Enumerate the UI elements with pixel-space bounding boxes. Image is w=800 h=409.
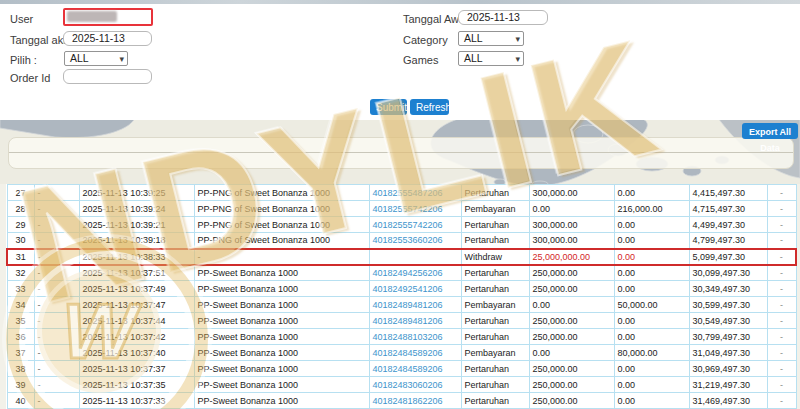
cell-transaction-type: Pertaruhan bbox=[461, 329, 529, 345]
cell-flag: - bbox=[34, 217, 79, 233]
category-label: Category bbox=[403, 34, 448, 46]
transaction-id-link[interactable]: 40182555487206 bbox=[369, 185, 461, 201]
cell-tail: - bbox=[767, 345, 796, 361]
cell-flag: - bbox=[34, 201, 79, 217]
cell-row-number: 34 bbox=[7, 297, 34, 313]
cell-row-number: 40 bbox=[7, 393, 34, 409]
cell-flag: - bbox=[34, 329, 79, 345]
cell-flag: - bbox=[34, 313, 79, 329]
cell-row-number: 36 bbox=[7, 329, 34, 345]
cell-transaction-type: Pertaruhan bbox=[461, 281, 529, 297]
pilih-selected-value: ALL bbox=[70, 52, 89, 64]
map-banner: Export All Data bbox=[0, 120, 800, 184]
transactions-table-section: 27-2025-11-13 10:39:25PP-PNG of Sweet Bo… bbox=[0, 184, 800, 409]
cell-timestamp: 2025-11-13 10:39:21 bbox=[79, 217, 194, 233]
games-selected-value: ALL bbox=[464, 52, 483, 64]
cell-debit-amount: 300,000.00 bbox=[529, 217, 614, 233]
cell-debit-amount: 250,000.00 bbox=[529, 361, 614, 377]
cell-game-name: PP-Sweet Bonanza 1000 bbox=[194, 329, 369, 345]
cell-credit-amount: 0.00 bbox=[614, 265, 689, 281]
refresh-button[interactable]: Refresh bbox=[410, 99, 449, 115]
cell-game-name: PP-Sweet Bonanza 1000 bbox=[194, 297, 369, 313]
cell-debit-amount: 0.00 bbox=[529, 201, 614, 217]
cell-tail: - bbox=[767, 201, 796, 217]
cell-timestamp: 2025-11-13 10:37:51 bbox=[79, 265, 194, 281]
table-row: 28-2025-11-13 10:39:24PP-PNG of Sweet Bo… bbox=[7, 201, 796, 217]
cell-flag: - bbox=[34, 265, 79, 281]
cell-credit-amount: 0.00 bbox=[614, 217, 689, 233]
pilih-select[interactable]: ALL ▾ bbox=[64, 51, 128, 66]
cell-timestamp: 2025-11-13 10:39:24 bbox=[79, 201, 194, 217]
cell-row-number: 29 bbox=[7, 217, 34, 233]
table-row: 40-2025-11-13 10:37:33PP-Sweet Bonanza 1… bbox=[7, 393, 796, 409]
cell-row-number: 31 bbox=[7, 249, 34, 265]
panel-divider bbox=[9, 152, 793, 153]
cell-balance: 4,799,497.30 bbox=[689, 233, 767, 249]
cell-credit-amount: 80,000.00 bbox=[614, 345, 689, 361]
cell-game-name: PP-Sweet Bonanza 1000 bbox=[194, 313, 369, 329]
export-all-data-button[interactable]: Export All Data bbox=[742, 123, 798, 139]
transaction-id-link[interactable]: 40182484589206 bbox=[369, 361, 461, 377]
cell-row-number: 37 bbox=[7, 345, 34, 361]
submit-button[interactable]: Submit bbox=[370, 99, 407, 115]
cell-tail: - bbox=[767, 233, 796, 249]
cell-flag: - bbox=[34, 361, 79, 377]
transaction-id-link[interactable]: 40182555742206 bbox=[369, 201, 461, 217]
cell-debit-amount: 250,000.00 bbox=[529, 313, 614, 329]
cell-transaction-type: Pertaruhan bbox=[461, 377, 529, 393]
transaction-id-link[interactable]: 40182481862206 bbox=[369, 393, 461, 409]
redacted-user-value bbox=[67, 11, 117, 22]
cell-credit-amount: 0.00 bbox=[614, 377, 689, 393]
cell-transaction-type: Pertaruhan bbox=[461, 233, 529, 249]
cell-balance: 30,349,497.30 bbox=[689, 281, 767, 297]
transaction-id-link[interactable]: 40182483060206 bbox=[369, 377, 461, 393]
chevron-down-icon: ▾ bbox=[119, 53, 124, 66]
transaction-id-link[interactable]: 40182555742206 bbox=[369, 217, 461, 233]
cell-debit-amount: 250,000.00 bbox=[529, 393, 614, 409]
table-row: 31-2025-11-13 10:38:33-Withdraw25,000,00… bbox=[7, 249, 796, 265]
games-select[interactable]: ALL ▾ bbox=[458, 51, 524, 66]
table-row: 27-2025-11-13 10:39:25PP-PNG of Sweet Bo… bbox=[7, 185, 796, 201]
cell-timestamp: 2025-11-13 10:39:18 bbox=[79, 233, 194, 249]
cell-row-number: 27 bbox=[7, 185, 34, 201]
cell-row-number: 33 bbox=[7, 281, 34, 297]
cell-credit-amount: 0.00 bbox=[614, 233, 689, 249]
cell-tail: - bbox=[767, 361, 796, 377]
transaction-id-link[interactable]: 40182488103206 bbox=[369, 329, 461, 345]
transaction-id-link[interactable]: 40182489481206 bbox=[369, 313, 461, 329]
cell-credit-amount: 50,000.00 bbox=[614, 297, 689, 313]
tanggal-awal-input[interactable]: 2025-11-13 bbox=[458, 10, 548, 25]
tanggal-akhir-input[interactable]: 2025-11-13 bbox=[63, 31, 152, 46]
cell-tail: - bbox=[767, 249, 796, 265]
cell-row-number: 35 bbox=[7, 313, 34, 329]
cell-tail: - bbox=[767, 377, 796, 393]
cell-transaction-type: Pertaruhan bbox=[461, 393, 529, 409]
transaction-id-link[interactable]: 40182553660206 bbox=[369, 233, 461, 249]
cell-transaction-type: Pertaruhan bbox=[461, 217, 529, 233]
cell-flag: - bbox=[34, 345, 79, 361]
transaction-id-link[interactable]: 40182494256206 bbox=[369, 265, 461, 281]
order-id-input[interactable] bbox=[63, 69, 152, 84]
transaction-id-link[interactable]: 40182489481206 bbox=[369, 297, 461, 313]
cell-flag: - bbox=[34, 233, 79, 249]
cell-transaction-type: Pembayaran bbox=[461, 345, 529, 361]
cell-credit-amount: 0.00 bbox=[614, 185, 689, 201]
cell-balance: 31,049,497.30 bbox=[689, 345, 767, 361]
cell-flag: - bbox=[34, 249, 79, 265]
cell-game-name: PP-PNG of Sweet Bonanza 1000 bbox=[194, 185, 369, 201]
cell-row-number: 38 bbox=[7, 361, 34, 377]
user-input[interactable] bbox=[63, 8, 153, 26]
transaction-id-link[interactable]: 40182484589206 bbox=[369, 345, 461, 361]
transaction-id-link[interactable] bbox=[369, 249, 461, 265]
cell-tail: - bbox=[767, 297, 796, 313]
chevron-down-icon: ▾ bbox=[515, 53, 520, 66]
cell-timestamp: 2025-11-13 10:37:42 bbox=[79, 329, 194, 345]
cell-tail: - bbox=[767, 281, 796, 297]
transaction-id-link[interactable]: 40182492541206 bbox=[369, 281, 461, 297]
cell-transaction-type: Withdraw bbox=[461, 249, 529, 265]
category-select[interactable]: ALL ▾ bbox=[458, 31, 524, 46]
cell-tail: - bbox=[767, 185, 796, 201]
cell-game-name: PP-PNG of Sweet Bonanza 1000 bbox=[194, 201, 369, 217]
cell-transaction-type: Pertaruhan bbox=[461, 265, 529, 281]
cell-credit-amount: 0.00 bbox=[614, 329, 689, 345]
